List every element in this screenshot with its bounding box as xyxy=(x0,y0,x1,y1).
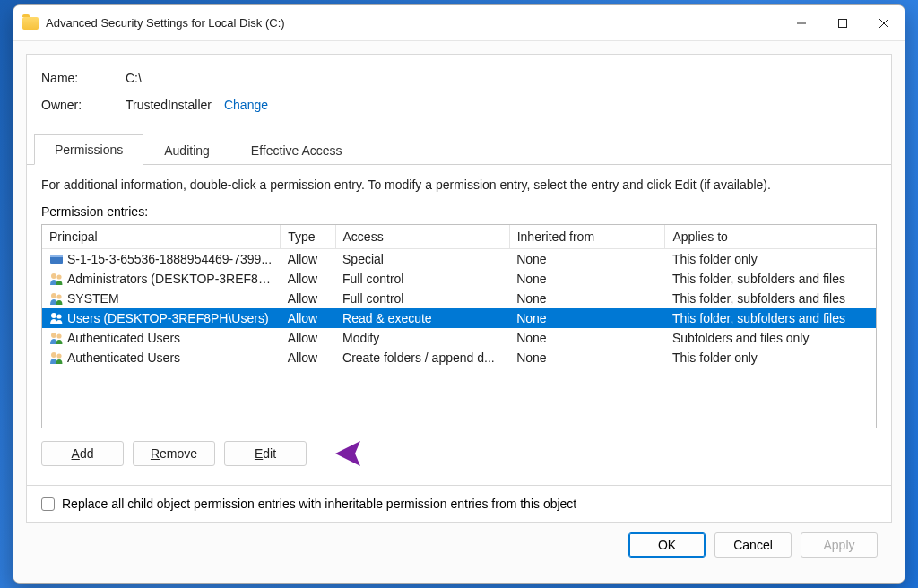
applies-cell: This folder only xyxy=(665,348,876,368)
svg-point-9 xyxy=(51,333,56,338)
svg-point-7 xyxy=(51,313,56,318)
applies-cell: This folder, subfolders and files xyxy=(665,269,876,289)
inherited-cell: None xyxy=(509,348,665,368)
folder-icon xyxy=(22,17,39,30)
tab-effective-access[interactable]: Effective Access xyxy=(230,135,363,165)
header: Name: C:\ Owner: TrustedInstaller Change xyxy=(27,55,891,134)
svg-point-6 xyxy=(56,294,61,298)
applies-cell: This folder, subfolders and files xyxy=(665,308,876,328)
add-button[interactable]: Add xyxy=(41,441,124,466)
minimize-button[interactable] xyxy=(781,5,822,41)
principal-cell: S-1-15-3-65536-1888954469-7399... xyxy=(67,252,272,266)
access-cell: Full control xyxy=(335,269,509,289)
access-cell: Modify xyxy=(335,328,509,348)
type-cell: Allow xyxy=(281,269,335,289)
apply-button[interactable]: Apply xyxy=(801,532,878,558)
principal-cell: Administrators (DESKTOP-3REF8P... xyxy=(67,272,275,286)
group-icon xyxy=(49,351,64,364)
window: Advanced Security Settings for Local Dis… xyxy=(13,4,905,584)
col-applies[interactable]: Applies to xyxy=(665,225,876,249)
window-controls xyxy=(781,5,905,41)
tab-body: For additional information, double-click… xyxy=(27,165,891,485)
tab-auditing[interactable]: Auditing xyxy=(143,135,230,165)
owner-value: TrustedInstaller xyxy=(126,98,212,112)
entries-label: Permission entries: xyxy=(41,204,877,219)
applies-cell: This folder only xyxy=(665,249,876,270)
type-cell: Allow xyxy=(281,308,335,328)
svg-rect-0 xyxy=(839,19,847,27)
principal-cell: Authenticated Users xyxy=(67,331,180,345)
table-row[interactable]: Administrators (DESKTOP-3REF8P... Allow … xyxy=(42,269,876,289)
inherited-cell: None xyxy=(509,249,665,270)
content: Name: C:\ Owner: TrustedInstaller Change… xyxy=(13,41,905,583)
svg-point-11 xyxy=(51,352,56,358)
table-row[interactable]: SYSTEM Allow Full control None This fold… xyxy=(42,289,876,308)
permission-table[interactable]: Principal Type Access Inherited from App… xyxy=(41,224,877,428)
type-cell: Allow xyxy=(281,249,335,270)
tabs: Permissions Auditing Effective Access xyxy=(27,134,891,165)
edit-button[interactable]: Edit xyxy=(224,441,307,466)
replace-entries-row: Replace all child object permission entr… xyxy=(27,485,891,522)
access-cell: Special xyxy=(335,249,509,270)
principal-cell: SYSTEM xyxy=(67,291,119,306)
principal-cell: Authenticated Users xyxy=(67,350,180,365)
table-row[interactable]: S-1-15-3-65536-1888954469-7399... Allow … xyxy=(42,249,876,270)
ok-button[interactable]: OK xyxy=(628,532,706,558)
svg-point-5 xyxy=(51,293,56,298)
inherited-cell: None xyxy=(509,289,665,308)
name-value: C:\ xyxy=(126,71,142,85)
replace-entries-checkbox[interactable] xyxy=(41,497,55,511)
type-cell: Allow xyxy=(281,328,335,348)
button-row: Add Remove Edit xyxy=(41,441,877,466)
applies-cell: This folder, subfolders and files xyxy=(665,289,876,308)
inherited-cell: None xyxy=(509,308,665,328)
access-cell: Create folders / append d... xyxy=(335,348,509,368)
window-title: Advanced Security Settings for Local Dis… xyxy=(46,16,285,30)
owner-label: Owner: xyxy=(41,98,126,112)
maximize-button[interactable] xyxy=(822,5,863,41)
group-icon xyxy=(49,272,64,285)
svg-point-12 xyxy=(56,353,61,358)
replace-entries-label: Replace all child object permission entr… xyxy=(62,497,576,511)
cancel-button[interactable]: Cancel xyxy=(714,532,792,558)
type-cell: Allow xyxy=(281,348,335,368)
applies-cell: Subfolders and files only xyxy=(665,328,876,348)
change-owner-link[interactable]: Change xyxy=(224,98,268,112)
table-row[interactable]: Authenticated Users Allow Create folders… xyxy=(42,348,876,368)
table-row[interactable]: Users (DESKTOP-3REF8PH\Users) Allow Read… xyxy=(42,308,876,328)
group-icon xyxy=(49,332,64,344)
group-icon xyxy=(49,312,64,324)
svg-rect-2 xyxy=(50,255,63,257)
tab-permissions[interactable]: Permissions xyxy=(34,134,143,165)
type-cell: Allow xyxy=(281,289,335,308)
svg-point-10 xyxy=(56,333,61,338)
svg-point-3 xyxy=(51,273,56,279)
panel: Name: C:\ Owner: TrustedInstaller Change… xyxy=(26,54,892,523)
close-button[interactable] xyxy=(863,5,905,41)
col-inherited[interactable]: Inherited from xyxy=(509,225,665,249)
table-row[interactable]: Authenticated Users Allow Modify None Su… xyxy=(42,328,876,348)
annotation-arrow-icon xyxy=(335,436,443,471)
name-label: Name: xyxy=(41,71,126,85)
access-cell: Full control xyxy=(335,289,509,308)
col-type[interactable]: Type xyxy=(281,225,335,249)
footer: OK Cancel Apply xyxy=(26,523,892,570)
inherited-cell: None xyxy=(509,328,665,348)
svg-point-8 xyxy=(56,314,61,318)
principal-cell: Users (DESKTOP-3REF8PH\Users) xyxy=(67,311,269,325)
col-access[interactable]: Access xyxy=(335,225,509,249)
col-principal[interactable]: Principal xyxy=(42,225,281,249)
inherited-cell: None xyxy=(509,269,665,289)
table-header-row: Principal Type Access Inherited from App… xyxy=(42,225,876,249)
remove-button[interactable]: Remove xyxy=(133,441,215,466)
app-icon xyxy=(49,253,64,265)
info-text: For additional information, double-click… xyxy=(41,177,877,192)
access-cell: Read & execute xyxy=(335,308,509,328)
svg-point-4 xyxy=(56,274,61,279)
titlebar: Advanced Security Settings for Local Dis… xyxy=(13,5,905,41)
group-icon xyxy=(49,292,64,305)
